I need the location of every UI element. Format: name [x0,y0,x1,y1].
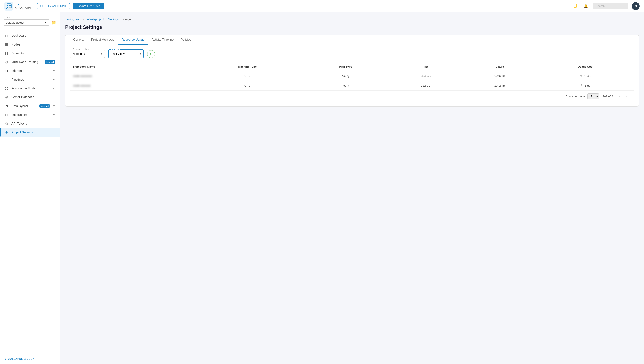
myaccount-button[interactable]: GO TO MYACCOUNT [37,3,70,9]
breadcrumb-settings[interactable]: Settings [108,18,119,21]
sidebar-item-data-syncer[interactable]: ↻ Data Syncer Internal ▼ [0,102,60,110]
tab-general[interactable]: General [70,35,88,45]
breadcrumb: TestingTeam › default-project › Settings… [65,18,639,21]
cell-machine-type-1: CPU [193,71,302,81]
datasets-icon [5,51,9,56]
project-settings-icon: ⚙ [5,130,9,134]
resource-name-select-wrap: Notebook Node Pipeline [70,50,105,58]
prev-page-button[interactable]: ‹ [616,93,623,99]
svg-rect-17 [5,87,7,88]
dark-mode-icon[interactable]: 🌙 [572,3,579,10]
breadcrumb-default-project[interactable]: default-project [86,18,104,21]
sidebar-item-label: API Tokens [12,122,55,125]
svg-rect-8 [5,52,7,53]
tab-activity-timeline[interactable]: Activity Timeline [148,35,177,45]
sidebar-item-datasets[interactable]: Datasets [0,49,60,58]
collapse-sidebar-button[interactable]: « COLLAPSE SIDEBAR [5,358,55,360]
svg-point-12 [5,79,6,80]
col-plan: Plan [389,62,462,71]
resource-name-label: Resource Name [72,48,91,50]
svg-rect-1 [7,5,8,6]
col-usage-cost: Usage Cost [537,62,634,71]
sidebar-item-label: Foundation Studio [12,86,50,90]
sidebar-item-foundation-studio[interactable]: Foundation Studio ▼ [0,84,60,93]
breadcrumb-usage: usage [123,18,131,21]
table-row: node-xxxxxxx CPU hourly C3.8GB 23.18 hr … [70,81,634,90]
sidebar-item-vector-database[interactable]: ⊕ Vector Database [0,93,60,102]
tab-project-members[interactable]: Project Members [88,35,118,45]
col-plan-type: Plan Type [302,62,389,71]
svg-rect-5 [5,43,8,44]
cell-plan-2: C3.8GB [389,81,462,90]
sidebar-item-label: Data Syncer [12,104,37,108]
notifications-icon[interactable]: 🔔 [582,3,589,10]
sidebar-item-label: Pipelines [12,78,50,81]
settings-card: General Project Members Resource Usage A… [65,34,639,106]
sidebar-item-multi-node[interactable]: ⊙ Multi-Node Training Internal [0,58,60,66]
breadcrumb-testing-team[interactable]: TestingTeam [65,18,81,21]
sidebar-item-inference[interactable]: ⊙ Inference ▼ [0,66,60,75]
svg-rect-7 [5,45,8,46]
rows-per-page: Rows per page: 5 10 25 [566,94,599,99]
sidebar-item-nodes[interactable]: Nodes [0,40,60,49]
refresh-button[interactable]: ↻ [147,50,155,58]
integrations-chevron: ▼ [53,113,55,116]
svg-line-16 [6,80,7,80]
sidebar-item-dashboard[interactable]: ⊞ Dashboard [0,31,60,40]
svg-rect-0 [6,4,12,9]
table-body: node-xxxxxxxx CPU hourly C3.8GB 69.00 hr… [70,71,634,90]
svg-line-15 [6,79,7,80]
logo-icon [5,2,13,10]
svg-rect-11 [7,54,8,54]
table-wrap: Notebook Name Machine Type Plan Type Pla… [65,62,638,106]
logo-text: TIR AI PLATFORM [15,3,31,9]
sidebar-item-project-settings[interactable]: ⚙ Project Settings [0,128,60,137]
sidebar-item-integrations[interactable]: ⊞ Integrations ▼ [0,110,60,119]
sidebar-item-label: Nodes [12,43,55,46]
pipelines-chevron: ▼ [53,78,55,81]
resource-name-select[interactable]: Notebook Node Pipeline [70,50,105,58]
interval-filter: Interval Last 7 days Last 30 days Last 9… [109,50,144,58]
foundation-chevron: ▼ [53,87,55,90]
page-nav: ‹ › [616,93,630,99]
svg-rect-19 [5,88,7,90]
genai-button[interactable]: Explore GenAI API [73,3,104,10]
sidebar-item-pipelines[interactable]: Pipelines ▼ [0,75,60,84]
project-label: Project [4,16,56,18]
page-title: Project Settings [65,24,639,30]
project-folder-icon[interactable]: 📁 [51,20,56,25]
sidebar-item-label: Dashboard [12,34,55,37]
inference-icon: ⊙ [5,68,9,73]
resource-usage-table: Notebook Name Machine Type Plan Type Pla… [70,62,634,90]
pagination: Rows per page: 5 10 25 1–2 of 2 ‹ › [70,90,634,102]
svg-rect-18 [7,87,8,88]
breadcrumb-sep-1: › [83,18,84,21]
sidebar-item-label: Project Settings [12,130,55,134]
table-header-row: Notebook Name Machine Type Plan Type Pla… [70,62,634,71]
cell-cost-2: ₹ 71.87 [537,81,634,90]
nodes-icon [5,42,9,46]
nav-items: ⊞ Dashboard Nodes Datasets ⊙ Multi-Node … [0,30,60,354]
sidebar-item-api-tokens[interactable]: ⊙ API Tokens [0,119,60,128]
cell-usage-2: 23.18 hr [462,81,537,90]
cell-usage-1: 69.00 hr [462,71,537,81]
layout: Project default-project ▼ 📁 ⊞ Dashboard … [0,12,644,364]
svg-point-13 [7,78,8,79]
inference-chevron: ▼ [53,69,55,72]
cell-plan-type-2: hourly [302,81,389,90]
cell-notebook-name-2: node-xxxxxxx [70,81,193,90]
interval-select-wrap: Last 7 days Last 30 days Last 90 days Cu… [109,50,144,58]
next-page-button[interactable]: › [623,93,630,99]
interval-label: Interval [111,48,120,50]
tab-resource-usage[interactable]: Resource Usage [118,35,148,45]
rows-per-page-select[interactable]: 5 10 25 [587,94,599,99]
internal-badge: Internal [45,60,55,64]
tab-policies[interactable]: Policies [177,35,195,45]
project-select[interactable]: default-project ▼ [4,19,50,26]
logo: TIR AI PLATFORM [5,2,31,10]
avatar[interactable]: N [632,2,639,10]
interval-select[interactable]: Last 7 days Last 30 days Last 90 days Cu… [109,50,144,58]
foundation-studio-icon [5,86,9,90]
dashboard-icon: ⊞ [5,34,9,38]
header-search-input[interactable] [593,3,628,9]
